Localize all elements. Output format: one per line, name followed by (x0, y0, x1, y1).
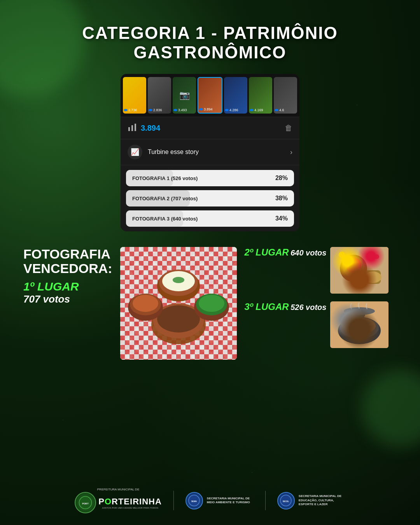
svg-point-32 (343, 317, 376, 334)
eye-icon (124, 109, 128, 111)
educacao-text: SECRETARIA MUNICIPAL DE EDUCAÇÃO, CULTUR… (299, 494, 345, 506)
story-thumb-6[interactable]: 4.169 (249, 77, 272, 114)
trending-up-icon: 📈 (131, 148, 139, 156)
story-thumb-1[interactable]: 2.736 (123, 77, 146, 114)
first-place-rank: 1º LUGAR (23, 280, 112, 293)
third-place-votes: 526 votos (290, 303, 326, 312)
footer-divider-1 (173, 491, 174, 510)
left-info: FOTOGRAFIA VENCEDORA: 1º LUGAR 707 votos (23, 247, 112, 305)
fotografia-label: FOTOGRAFIA (23, 247, 112, 261)
story-thumb-4-selected[interactable]: 3.894 (198, 77, 222, 114)
svg-point-31 (340, 317, 379, 339)
thumb-6-count: 4.169 (250, 108, 263, 112)
results-section: FOTOGRAFIA VENCEDORA: 1º LUGAR 707 votos (0, 247, 420, 360)
second-place-item: 2º LUGAR 640 votos (245, 247, 397, 294)
chart-icon (128, 122, 137, 133)
vencedora-label: VENCEDORA: (23, 261, 112, 276)
third-place-item: 3º LUGAR 526 votos (245, 301, 397, 348)
educacao-emblem: SECEL (277, 492, 295, 509)
page-title: CATEGORIA 1 - PATRIMÔNIO GASTRONÔMICO (23, 23, 397, 62)
eye-icon (199, 108, 203, 110)
meio-ambiente-text: SECRETARIA MUNICIPAL DE MEIO AMBIENTE E … (207, 497, 254, 505)
poll-option-2: FOTOGRAFIA 2 (707 votos) 38% (126, 190, 294, 206)
footer: PREFEITURA MUNICIPAL DE PORT PORTEIRINHA… (0, 488, 420, 513)
eye-icon (225, 109, 229, 111)
svg-point-24 (346, 257, 361, 273)
svg-rect-2 (135, 124, 136, 131)
eye-icon (173, 109, 177, 111)
story-thumbnails-strip: 2.736 2.836 📷 3.493 3.894 (121, 74, 299, 117)
turbine-row[interactable]: 📈 Turbine esse story › (121, 139, 299, 165)
third-place-rank: 3º LUGAR (245, 301, 289, 312)
svg-point-26 (374, 254, 379, 259)
second-place-photo (330, 247, 388, 294)
thumb-3-count: 3.493 (173, 108, 187, 112)
page-content: CATEGORIA 1 - PATRIMÔNIO GASTRONÔMICO 2.… (0, 0, 420, 525)
svg-point-19 (199, 295, 224, 312)
svg-point-28 (364, 271, 382, 283)
svg-rect-27 (365, 270, 381, 284)
story-panel: 2.736 2.836 📷 3.493 3.894 (121, 74, 299, 231)
stats-bar: 3.894 🗑 (121, 117, 299, 139)
educacao-logo: SECEL SECRETARIA MUNICIPAL DE EDUCAÇÃO, … (277, 492, 345, 509)
food-svg (120, 247, 237, 360)
porteirinha-tagline: JUNTOS POR UMA CIDADE MELHOR PARA TODOS (98, 507, 162, 509)
turbine-icon-circle: 📈 (128, 145, 142, 159)
svg-point-34 (344, 307, 375, 315)
eye-icon (250, 109, 254, 111)
svg-rect-29 (330, 301, 388, 348)
poll-results: FOTOGRAFIA 1 (526 votos) 28% FOTOGRAFIA … (121, 165, 299, 231)
footer-divider-2 (265, 491, 266, 510)
svg-text:SEMA: SEMA (191, 500, 197, 502)
third-place-photo-img (330, 301, 388, 348)
thumb-5-count: 4.286 (225, 108, 238, 112)
eye-icon (275, 109, 278, 111)
svg-point-25 (339, 252, 345, 258)
svg-point-30 (338, 317, 381, 344)
second-place-votes: 640 votos (290, 248, 326, 257)
svg-point-23 (343, 256, 364, 277)
svg-point-22 (340, 255, 367, 282)
story-thumb-2[interactable]: 2.836 (148, 77, 171, 114)
thumb-7-count: 4.6 (275, 108, 284, 112)
poll-option-1-pct: 28% (275, 175, 288, 182)
svg-point-10 (157, 305, 200, 332)
svg-rect-21 (330, 247, 388, 294)
svg-rect-1 (131, 125, 133, 131)
porteirinha-name: PORTEIRINHA (98, 497, 162, 507)
story-thumb-7[interactable]: 4.6 (274, 77, 297, 114)
poll-option-3: FOTOGRAFIA 3 (640 votos) 34% (126, 210, 294, 227)
poll-option-2-pct: 38% (275, 195, 288, 202)
poll-option-1-label: FOTOGRAFIA 1 (526 votos) (132, 175, 275, 181)
svg-text:PORT: PORT (82, 502, 89, 505)
winning-photo (120, 247, 237, 360)
meio-ambiente-logo: SEMA SECRETARIA MUNICIPAL DE MEIO AMBIEN… (186, 492, 254, 509)
poll-option-2-label: FOTOGRAFIA 2 (707 votos) (132, 196, 275, 201)
trash-icon[interactable]: 🗑 (285, 124, 292, 133)
second-place-rank: 2º LUGAR (245, 247, 289, 257)
thumb-4-count: 3.894 (199, 107, 213, 111)
story-thumb-5[interactable]: 4.286 (224, 77, 247, 114)
title-section: CATEGORIA 1 - PATRIMÔNIO GASTRONÔMICO (0, 23, 420, 62)
svg-point-16 (133, 295, 158, 312)
meio-ambiente-emblem: SEMA (186, 492, 203, 509)
eye-icon (149, 109, 152, 111)
svg-text:SECEL: SECEL (283, 500, 289, 502)
turbine-label: Turbine esse story (148, 149, 290, 156)
poll-option-3-pct: 34% (275, 215, 288, 222)
poll-option-1: FOTOGRAFIA 1 (526 votos) 28% (126, 170, 294, 186)
poll-option-3-label: FOTOGRAFIA 3 (640 votos) (132, 216, 275, 222)
first-place-votes: 707 votos (23, 293, 112, 305)
svg-point-20 (173, 277, 184, 283)
story-thumb-3[interactable]: 📷 3.493 (173, 77, 196, 114)
thumb-2-count: 2.836 (149, 108, 162, 112)
svg-rect-0 (128, 127, 130, 131)
porteirinha-emblem: PORT (75, 492, 96, 513)
porteirinha-logo: PREFEITURA MUNICIPAL DE PORT PORTEIRINHA… (75, 488, 162, 513)
view-count: 3.894 (141, 124, 285, 133)
winning-photo-img (120, 247, 237, 360)
second-place-photo-img (330, 247, 388, 294)
thumb-1-count: 2.736 (124, 108, 137, 112)
porteirinha-prefix: PREFEITURA MUNICIPAL DE (75, 488, 162, 491)
svg-rect-33 (354, 311, 365, 318)
